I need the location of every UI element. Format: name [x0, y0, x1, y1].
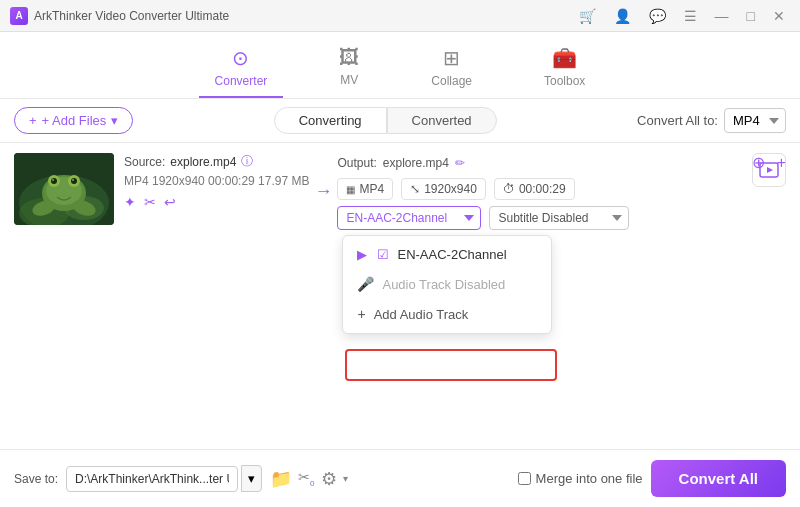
svg-marker-15 [767, 167, 773, 173]
tab-converting[interactable]: Converting [274, 107, 387, 134]
rotate-icon[interactable]: ↩ [164, 194, 176, 210]
minimize-button[interactable]: — [710, 6, 734, 26]
svg-point-8 [51, 178, 57, 184]
format-badge-icon: ▦ [346, 184, 355, 195]
audio-select-row: EN-AAC-2Channel Audio Track Disabled Sub… [337, 206, 786, 230]
tab-collage-label: Collage [431, 74, 472, 88]
tab-mv[interactable]: 🖼 MV [323, 40, 375, 98]
add-audio-track-option[interactable]: + Add Audio Track [343, 299, 551, 329]
cut-icon[interactable]: ✂ [144, 194, 156, 210]
duration-badge-value: 00:00:29 [519, 182, 566, 196]
tab-toolbox-label: Toolbox [544, 74, 585, 88]
audio-track-disabled-option[interactable]: 🎤 Audio Track Disabled [343, 269, 551, 299]
content-area: Source: explore.mp4 ⓘ MP4 1920x940 00:00… [0, 143, 800, 240]
save-path-input[interactable] [66, 466, 238, 492]
settings-gear-icon[interactable]: ⚙ [321, 468, 337, 490]
thumbnail-image [14, 153, 114, 225]
subtitle-select[interactable]: Subtitle Disabled Add Subtitle [489, 206, 629, 230]
close-button[interactable]: ✕ [768, 6, 790, 26]
source-filename: explore.mp4 [170, 155, 236, 169]
effects-icon[interactable]: ✦ [124, 194, 136, 210]
format-badge: ▦ MP4 [337, 178, 393, 200]
merge-checkbox-label[interactable]: Merge into one file [518, 471, 643, 486]
resolution-badge-value: 1920x940 [424, 182, 477, 196]
save-to-label: Save to: [14, 472, 58, 486]
tab-collage[interactable]: ⊞ Collage [415, 40, 488, 98]
bottom-bar: Save to: ▾ 📁 ✂0 ⚙ ▾ Merge into one file … [0, 449, 800, 507]
tab-converted[interactable]: Converted [387, 107, 497, 134]
audio-track-option-1[interactable]: ▶ ☑ EN-AAC-2Channel [343, 240, 551, 269]
thumbnail-svg [14, 153, 114, 225]
video-settings-icon[interactable] [752, 153, 786, 187]
convert-all-to: Convert All to: MP4 AVI MOV MKV WMV [637, 108, 786, 133]
file-row: Source: explore.mp4 ⓘ MP4 1920x940 00:00… [14, 153, 786, 230]
format-badge-value: MP4 [359, 182, 384, 196]
audio-track-1-label: EN-AAC-2Channel [397, 247, 506, 262]
maximize-button[interactable]: □ [742, 6, 760, 26]
add-files-dropdown-icon: ▾ [111, 113, 118, 128]
settings-dropdown-icon[interactable]: ▾ [343, 473, 348, 484]
folder-icon[interactable]: 📁 [270, 468, 292, 490]
bottom-icons: 📁 ✂0 ⚙ ▾ [270, 468, 347, 490]
audio-track-select[interactable]: EN-AAC-2Channel Audio Track Disabled [337, 206, 481, 230]
preview-section [14, 153, 114, 225]
app-logo: A [10, 7, 28, 25]
highlight-border [345, 349, 557, 381]
output-area: Output: explore.mp4 ✏ ⊕ + ▦ MP4 ⤡ 1920x9… [337, 153, 786, 230]
mv-icon: 🖼 [339, 46, 359, 69]
plus-icon: + [357, 306, 365, 322]
tab-mv-label: MV [340, 73, 358, 87]
svg-point-9 [71, 178, 77, 184]
add-icon: + [29, 113, 37, 128]
cart-icon[interactable]: 🛒 [574, 6, 601, 26]
dropdown-check-icon: ☑ [377, 247, 389, 262]
converter-icon: ⊙ [232, 46, 249, 70]
settings-svg [759, 160, 779, 180]
convert-all-button[interactable]: Convert All [651, 460, 786, 497]
toolbox-icon: 🧰 [552, 46, 577, 70]
collage-icon: ⊞ [443, 46, 460, 70]
user-icon[interactable]: 👤 [609, 6, 636, 26]
resolution-badge-icon: ⤡ [410, 182, 420, 196]
menu-icon[interactable]: ☰ [679, 6, 702, 26]
trim-icon[interactable]: ✂0 [298, 469, 314, 488]
output-label: Output: [337, 156, 376, 170]
source-label: Source: [124, 155, 165, 169]
file-info: Source: explore.mp4 ⓘ MP4 1920x940 00:00… [124, 153, 309, 210]
merge-checkbox[interactable] [518, 472, 531, 485]
nav-tabs: ⊙ Converter 🖼 MV ⊞ Collage 🧰 Toolbox [0, 32, 800, 99]
audio-dropdown-popup: ▶ ☑ EN-AAC-2Channel 🎤 Audio Track Disabl… [342, 235, 552, 334]
chat-icon[interactable]: 💬 [644, 6, 671, 26]
output-format-select[interactable]: MP4 AVI MOV MKV WMV [724, 108, 786, 133]
file-meta: MP4 1920x940 00:00:29 17.97 MB [124, 174, 309, 188]
duration-badge-icon: ⏱ [503, 182, 515, 196]
file-source: Source: explore.mp4 ⓘ [124, 153, 309, 170]
add-files-button[interactable]: + + Add Files ▾ [14, 107, 133, 134]
conversion-tabs: Converting Converted [274, 107, 497, 134]
output-filename: explore.mp4 [383, 156, 449, 170]
dropdown-arrow-icon: ▶ [357, 247, 367, 262]
convert-all-to-label: Convert All to: [637, 113, 718, 128]
duration-badge: ⏱ 00:00:29 [494, 178, 575, 200]
convert-arrow: → [314, 181, 332, 202]
output-settings: ▦ MP4 ⤡ 1920x940 ⏱ 00:00:29 [337, 178, 786, 200]
mic-icon: 🎤 [357, 276, 374, 292]
merge-label: Merge into one file [536, 471, 643, 486]
file-actions: ✦ ✂ ↩ [124, 194, 309, 210]
tab-toolbox[interactable]: 🧰 Toolbox [528, 40, 601, 98]
add-files-label: + Add Files [42, 113, 107, 128]
app-title: ArkThinker Video Converter Ultimate [34, 9, 574, 23]
svg-point-11 [72, 179, 74, 181]
edit-filename-icon[interactable]: ✏ [455, 156, 465, 170]
file-thumbnail [14, 153, 114, 225]
path-dropdown-button[interactable]: ▾ [241, 465, 262, 492]
audio-disabled-label: Audio Track Disabled [382, 277, 505, 292]
resolution-badge: ⤡ 1920x940 [401, 178, 486, 200]
info-icon[interactable]: ⓘ [241, 153, 253, 170]
output-header: Output: explore.mp4 ✏ ⊕ + [337, 153, 786, 172]
window-controls: 🛒 👤 💬 ☰ — □ ✕ [574, 6, 790, 26]
tab-converter[interactable]: ⊙ Converter [199, 40, 284, 98]
title-bar: A ArkThinker Video Converter Ultimate 🛒 … [0, 0, 800, 32]
add-audio-track-label: Add Audio Track [374, 307, 469, 322]
tab-converter-label: Converter [215, 74, 268, 88]
